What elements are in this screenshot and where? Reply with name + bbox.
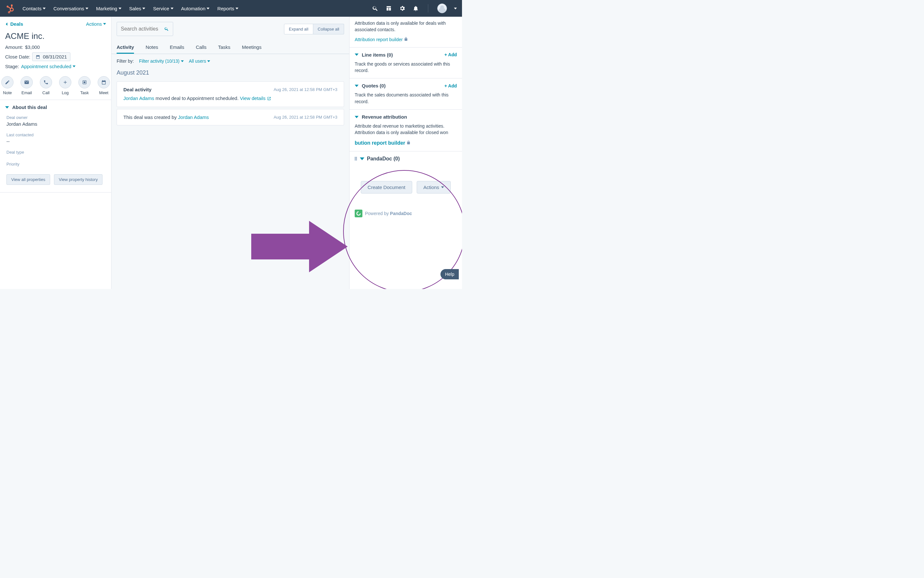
card2-user-link[interactable]: Jordan Adams — [178, 114, 209, 120]
card1-timestamp: Aug 26, 2021 at 12:58 PM GMT+3 — [274, 87, 337, 92]
search-activities[interactable] — [117, 22, 173, 36]
nav-sales[interactable]: Sales — [129, 6, 146, 11]
calendar-icon — [36, 55, 40, 59]
marketplace-icon[interactable] — [385, 5, 392, 11]
close-date-input[interactable]: 08/31/2021 — [32, 52, 70, 61]
view-all-properties-button[interactable]: View all properties — [6, 174, 50, 185]
notifications-icon[interactable] — [413, 5, 419, 11]
email-button[interactable]: Email — [21, 76, 33, 95]
lock-icon — [404, 37, 408, 41]
tab-notes[interactable]: Notes — [146, 41, 158, 54]
help-button[interactable]: Help — [440, 269, 459, 279]
filter-by-label: Filter by: — [117, 58, 134, 64]
nav-menu: Contacts Conversations Marketing Sales S… — [23, 6, 372, 11]
tab-calls[interactable]: Calls — [196, 41, 206, 54]
task-button[interactable]: Task — [78, 76, 91, 95]
create-document-button[interactable]: Create Document — [361, 181, 412, 193]
chevron-down-icon — [73, 65, 76, 68]
call-button[interactable]: Call — [40, 76, 52, 95]
quick-actions: Note Email Call Log Task Meet — [0, 70, 111, 100]
view-property-history-button[interactable]: View property history — [54, 174, 102, 185]
prop-last-contacted: Last contacted -- — [0, 130, 111, 147]
pandadoc-section: PandaDoc (0) Create Document Actions Pow… — [350, 151, 462, 222]
card1-view-details[interactable]: View details — [240, 96, 266, 101]
external-link-icon — [267, 96, 271, 102]
nav-reports[interactable]: Reports — [217, 6, 238, 11]
quotes-toggle[interactable]: Quotes (0) — [355, 83, 385, 88]
revenue-report-link[interactable]: bution report builder — [355, 139, 405, 146]
settings-icon[interactable] — [399, 5, 405, 11]
nav-automation[interactable]: Automation — [181, 6, 210, 11]
powered-by-pandadoc: Powered by PandaDoc — [355, 200, 457, 217]
account-caret-icon[interactable] — [454, 7, 457, 10]
quotes-add[interactable]: + Add — [444, 83, 457, 88]
left-sidebar: Deals Actions ACME inc. Amount: $3,000 C… — [0, 17, 112, 289]
filter-activity-dropdown[interactable]: Filter activity (10/13) — [139, 58, 184, 64]
tab-emails[interactable]: Emails — [170, 41, 184, 54]
expand-all-button[interactable]: Expand all — [284, 24, 313, 34]
hubspot-logo[interactable] — [5, 3, 15, 13]
chevron-down-icon — [360, 157, 364, 161]
nav-conversations[interactable]: Conversations — [53, 6, 88, 11]
activity-panel: Expand all Collapse all Activity Notes E… — [112, 17, 350, 289]
card2-body-pre: This deal was created by — [123, 114, 178, 120]
search-icon[interactable] — [372, 5, 379, 11]
lock-icon — [406, 140, 411, 144]
nav-marketing[interactable]: Marketing — [96, 6, 121, 11]
tab-activity[interactable]: Activity — [117, 41, 134, 54]
nav-contacts[interactable]: Contacts — [23, 6, 45, 11]
chevron-down-icon — [181, 60, 184, 63]
revenue-desc: Attribute deal revenue to marketing acti… — [355, 120, 457, 136]
deal-title: ACME inc. — [0, 28, 111, 43]
pandadoc-actions-button[interactable]: Actions — [417, 181, 451, 193]
card1-title: Deal activity — [123, 87, 152, 92]
log-button[interactable]: Log — [59, 76, 71, 95]
tab-meetings[interactable]: Meetings — [242, 41, 262, 54]
chevron-down-icon — [355, 84, 359, 88]
stage-label: Stage: — [5, 64, 19, 69]
pandadoc-toggle[interactable]: PandaDoc (0) — [355, 156, 457, 162]
search-icon — [164, 26, 169, 32]
nav-right — [372, 3, 457, 13]
pandadoc-logo-icon — [355, 209, 362, 217]
note-button[interactable]: Note — [1, 76, 13, 95]
line-items-toggle[interactable]: Line items (0) — [355, 52, 393, 58]
back-to-deals[interactable]: Deals — [5, 21, 23, 27]
chevron-down-icon — [441, 186, 444, 189]
chevron-down-icon — [207, 60, 210, 63]
tab-tasks[interactable]: Tasks — [218, 41, 230, 54]
nav-service[interactable]: Service — [153, 6, 173, 11]
activity-month-heading: August 2021 — [112, 68, 349, 80]
card2-timestamp: Aug 26, 2021 at 12:58 PM GMT+3 — [274, 115, 337, 120]
stage-select[interactable]: Appointment scheduled — [21, 64, 76, 69]
revenue-attribution-section: Revenue attribution Attribute deal reven… — [350, 110, 462, 151]
close-date-label: Close Date: — [5, 54, 30, 60]
card1-user-link[interactable]: Jordan Adams — [123, 96, 154, 101]
chevron-left-icon — [5, 23, 8, 26]
drag-handle-icon[interactable] — [355, 157, 357, 161]
about-this-deal-header[interactable]: About this deal — [0, 100, 111, 112]
quotes-section: Quotes (0) + Add Track the sales documen… — [350, 78, 462, 110]
svg-line-3 — [8, 6, 11, 9]
prop-deal-owner: Deal owner Jordan Adams — [0, 112, 111, 130]
amount-label: Amount: — [5, 44, 23, 50]
user-avatar[interactable] — [437, 3, 447, 13]
collapse-all-button[interactable]: Collapse all — [313, 24, 344, 34]
search-input[interactable] — [121, 26, 161, 32]
chevron-down-icon — [355, 53, 359, 57]
nav-separator — [428, 4, 428, 13]
line-items-desc: Track the goods or services associated w… — [355, 58, 457, 74]
deal-actions-dropdown[interactable]: Actions — [86, 21, 106, 27]
card1-body: moved deal to Appointment scheduled. — [154, 96, 240, 101]
chevron-down-icon — [5, 106, 9, 109]
line-items-add[interactable]: + Add — [444, 52, 457, 57]
filter-users-dropdown[interactable]: All users — [189, 58, 210, 64]
attribution-report-builder-link[interactable]: Attribution report builder — [355, 36, 403, 43]
activity-card-2: This deal was created by Jordan Adams Au… — [117, 109, 344, 125]
quotes-desc: Track the sales documents associated wit… — [355, 88, 457, 105]
top-nav: Contacts Conversations Marketing Sales S… — [0, 0, 462, 17]
expand-collapse-group: Expand all Collapse all — [284, 24, 344, 34]
meet-button[interactable]: Meet — [98, 76, 110, 95]
attribution-top-desc: Attribution data is only available for d… — [355, 17, 457, 33]
revenue-toggle[interactable]: Revenue attribution — [355, 114, 407, 120]
